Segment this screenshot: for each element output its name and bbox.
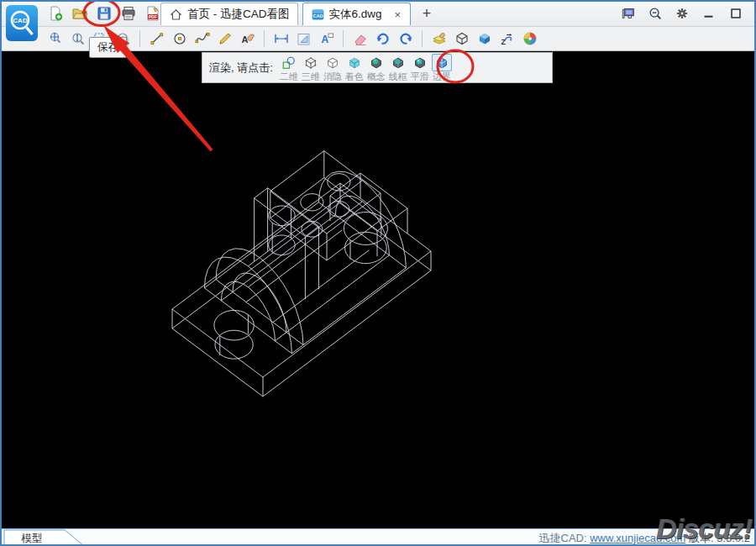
- zoom-out-button[interactable]: [645, 3, 665, 24]
- render-buttons: 二维三维消隐着色概念线框平滑边界: [278, 53, 453, 82]
- print-button[interactable]: [118, 3, 139, 24]
- color-wheel-icon: [522, 30, 538, 47]
- text-annotation-button[interactable]: A: [315, 29, 338, 50]
- close-tab-icon[interactable]: ×: [393, 8, 403, 21]
- render-button-label: 平滑: [411, 71, 429, 82]
- render-wireframe-button[interactable]: 线框: [387, 53, 409, 82]
- new-file-icon: [47, 5, 64, 22]
- screen-capture-icon: [621, 6, 636, 21]
- save-tooltip: 保存: [89, 37, 127, 58]
- render-wireframe-icon: [391, 55, 406, 71]
- brand-label: 迅捷CAD:: [539, 532, 587, 544]
- render-button-label: 概念: [367, 71, 386, 82]
- zoom-vertical-button[interactable]: [66, 29, 89, 50]
- eraser-icon: [352, 30, 369, 47]
- measure-area-icon: [296, 30, 312, 47]
- render-button-label: 二维: [280, 71, 298, 82]
- svg-text:PDF: PDF: [149, 14, 157, 19]
- save-icon: [96, 5, 113, 22]
- render-conceptual-icon: [369, 55, 384, 71]
- tab-label: 实体6.dwg: [329, 7, 382, 22]
- render-2d-icon: [281, 55, 297, 71]
- maximize-button[interactable]: [726, 3, 746, 24]
- close-button[interactable]: [753, 3, 756, 24]
- cad-file-icon: CAD: [311, 8, 325, 22]
- render-button-label: 三维: [302, 71, 320, 82]
- draw-line-button[interactable]: [145, 29, 168, 50]
- toolbar-separator: [264, 30, 265, 47]
- eraser-button[interactable]: [349, 29, 371, 50]
- settings-icon: [675, 6, 690, 21]
- redo-button[interactable]: [394, 29, 417, 50]
- save-tooltip-text: 保存: [97, 41, 118, 53]
- statusbar-info: 迅捷CAD: www.xunjiecad.com 版本: 3.3.0.2: [539, 531, 750, 546]
- render-button-label: 消隐: [323, 71, 342, 82]
- render-hidden-button[interactable]: 消隐: [322, 53, 344, 82]
- render-boundary-button[interactable]: 边界: [431, 53, 453, 82]
- open-file-button[interactable]: [70, 3, 90, 24]
- view-3d-wireframe-button[interactable]: [450, 29, 473, 50]
- render-shaded-icon: [347, 55, 362, 71]
- drawing-canvas[interactable]: [0, 51, 756, 528]
- render-3d-icon: [303, 55, 318, 71]
- minimize-button[interactable]: [699, 3, 719, 24]
- tab-document[interactable]: CAD实体6.dwg×: [302, 3, 412, 25]
- layers-icon: [431, 30, 448, 47]
- tab-home[interactable]: 首页 - 迅捷CAD看图: [160, 3, 298, 25]
- render-shaded-button[interactable]: 着色: [344, 53, 365, 82]
- rotate-axis-button[interactable]: Z: [496, 29, 518, 50]
- file-toolbar: PDF: [45, 3, 163, 24]
- render-3d-button[interactable]: 三维: [300, 53, 322, 82]
- render-conceptual-button[interactable]: 概念: [365, 53, 387, 82]
- render-button-label: 边界: [433, 71, 451, 82]
- model-tab[interactable]: 模型: [3, 529, 86, 546]
- draw-freehand-icon: [217, 30, 234, 47]
- settings-button[interactable]: [672, 3, 692, 24]
- zoom-out-icon: [648, 6, 663, 21]
- svg-text:A: A: [241, 34, 248, 45]
- app-logo-icon: CAD: [6, 5, 38, 45]
- maximize-icon: [728, 6, 743, 21]
- toolbar-separator: [343, 30, 344, 47]
- new-file-button[interactable]: [45, 3, 66, 24]
- render-smooth-button[interactable]: 平滑: [409, 53, 431, 82]
- draw-line-icon: [149, 30, 165, 47]
- tab-bar: 首页 - 迅捷CAD看图CAD实体6.dwg×+: [160, 3, 437, 25]
- render-2d-button[interactable]: 二维: [278, 53, 300, 82]
- toolbar-separator: [139, 30, 140, 47]
- svg-text:CAD: CAD: [13, 17, 28, 24]
- measure-distance-button[interactable]: [270, 29, 292, 50]
- new-tab-button[interactable]: +: [417, 3, 437, 24]
- view-3d-shaded-button[interactable]: [473, 29, 496, 50]
- svg-text:CAD: CAD: [312, 13, 323, 18]
- undo-button[interactable]: [371, 29, 394, 50]
- save-button[interactable]: [94, 3, 114, 24]
- render-panel-label: 渲染, 请点击:: [202, 53, 276, 82]
- layers-button[interactable]: [428, 29, 450, 50]
- stamp-text-button[interactable]: A: [236, 29, 259, 50]
- draw-spline-icon: [194, 30, 211, 47]
- website-link[interactable]: www.xunjiecad.com: [590, 532, 685, 544]
- app-logo-icon: CAD: [6, 5, 38, 41]
- text-annotation-icon: A: [318, 30, 335, 47]
- system-buttons: [618, 3, 756, 24]
- render-button-label: 线框: [389, 71, 407, 82]
- open-file-icon: [71, 5, 88, 22]
- redo-icon: [397, 30, 414, 47]
- measure-area-button[interactable]: [292, 29, 315, 50]
- draw-circle-icon: [171, 30, 188, 47]
- screen-capture-button[interactable]: [618, 3, 638, 24]
- pdf-export-icon: PDF: [144, 5, 161, 22]
- print-icon: [120, 5, 137, 22]
- home-icon: [169, 8, 183, 22]
- minimize-icon: [701, 6, 717, 21]
- draw-spline-button[interactable]: [191, 29, 213, 50]
- draw-circle-button[interactable]: [168, 29, 191, 50]
- draw-freehand-button[interactable]: [213, 29, 236, 50]
- color-wheel-button[interactable]: [518, 29, 541, 50]
- measure-distance-icon: [273, 30, 290, 47]
- render-panel: 渲染, 请点击: 二维三维消隐着色概念线框平滑边界: [202, 52, 553, 83]
- view-3d-shaded-icon: [476, 30, 493, 47]
- pan-button[interactable]: [44, 29, 66, 50]
- svg-text:A: A: [321, 34, 328, 45]
